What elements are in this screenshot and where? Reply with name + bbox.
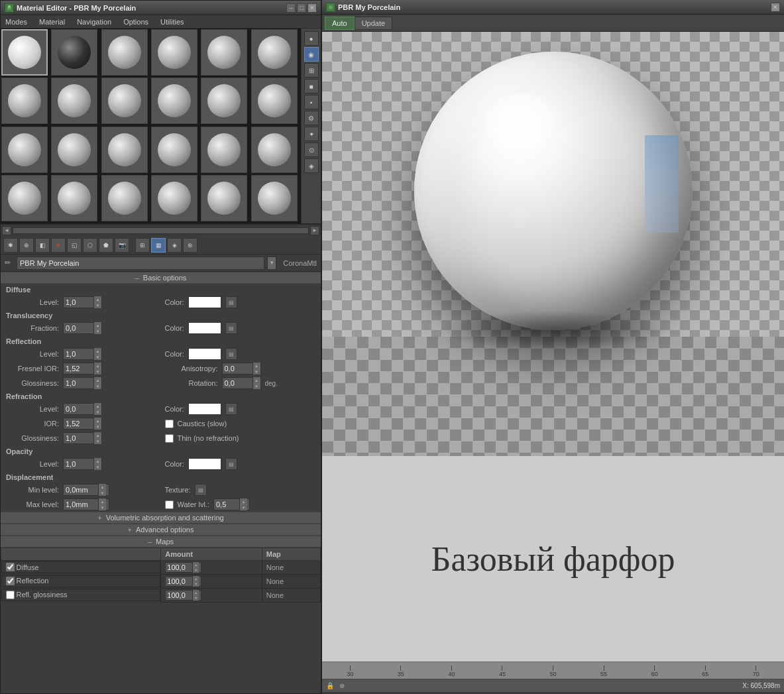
- side-tool-7[interactable]: ✦: [304, 127, 319, 141]
- refl-glossiness-input[interactable]: [64, 379, 93, 387]
- refr-glossiness-input[interactable]: [64, 434, 93, 442]
- map-reflgloss-checkbox[interactable]: [6, 591, 15, 599]
- tool-delete[interactable]: ✕: [51, 238, 66, 253]
- preview-item-5[interactable]: [201, 29, 247, 76]
- preview-item-23[interactable]: [201, 175, 247, 221]
- preview-item-14[interactable]: [51, 127, 97, 173]
- displacement-max-up[interactable]: ▲: [98, 498, 106, 504]
- preview-item-2[interactable]: [51, 29, 97, 76]
- refraction-level-input[interactable]: [64, 405, 93, 413]
- ior-spinbox[interactable]: ▲ ▼: [63, 418, 102, 430]
- reflection-level-spinbox[interactable]: ▲ ▼: [63, 348, 102, 360]
- map-diffuse-amount-box[interactable]: ▲ ▼: [165, 562, 201, 573]
- preview-item-12[interactable]: [251, 78, 298, 124]
- tool-grid[interactable]: ⊞: [135, 238, 150, 253]
- refraction-texture-btn[interactable]: ▤: [225, 403, 237, 415]
- tool-10[interactable]: ⊛: [183, 238, 197, 253]
- preview-item-22[interactable]: [151, 175, 197, 221]
- anisotropy-up[interactable]: ▲: [252, 363, 260, 369]
- opacity-color-swatch[interactable]: [188, 458, 221, 470]
- map-reflgloss-up[interactable]: ▲: [192, 590, 199, 595]
- map-reflgloss-amount-input[interactable]: [166, 591, 192, 599]
- tool-3[interactable]: ◧: [35, 238, 50, 253]
- preview-item-16[interactable]: [151, 127, 197, 173]
- menu-modes[interactable]: Modes: [3, 17, 29, 27]
- preview-item-13[interactable]: [1, 127, 48, 173]
- opacity-texture-btn[interactable]: ▤: [225, 458, 237, 470]
- preview-item-11[interactable]: [201, 78, 247, 124]
- minimize-button[interactable]: –: [286, 3, 296, 13]
- diffuse-color-swatch[interactable]: [188, 296, 221, 308]
- fresnel-input[interactable]: [64, 365, 93, 373]
- opacity-level-input[interactable]: [64, 460, 93, 468]
- map-reflection-down[interactable]: ▼: [192, 581, 199, 587]
- material-name-input[interactable]: [17, 257, 264, 270]
- refraction-level-down[interactable]: ▼: [93, 409, 101, 415]
- diffuse-level-input[interactable]: [64, 298, 93, 306]
- water-spinbox[interactable]: ▲ ▼: [213, 498, 250, 510]
- translucency-down[interactable]: ▼: [93, 328, 101, 334]
- displacement-max-spinbox[interactable]: ▲ ▼: [63, 498, 109, 510]
- preview-item-1[interactable]: [1, 29, 48, 76]
- side-tool-9[interactable]: ◈: [304, 158, 319, 173]
- map-diffuse-up[interactable]: ▲: [192, 562, 199, 567]
- reflection-texture-btn[interactable]: ▤: [225, 348, 237, 360]
- map-reflection-amount-box[interactable]: ▲ ▼: [165, 576, 201, 587]
- preview-item-7[interactable]: [1, 78, 48, 124]
- translucency-fraction-input[interactable]: [64, 324, 93, 332]
- translucency-up[interactable]: ▲: [93, 322, 101, 328]
- ior-down[interactable]: ▼: [93, 424, 101, 430]
- map-reflgloss-amount-box[interactable]: ▲ ▼: [165, 590, 201, 601]
- preview-item-24[interactable]: [251, 175, 298, 221]
- preview-item-20[interactable]: [51, 175, 97, 221]
- preview-item-15[interactable]: [101, 127, 148, 173]
- preview-item-18[interactable]: [251, 127, 298, 173]
- preview-item-4[interactable]: [151, 29, 197, 76]
- tool-select[interactable]: ✱: [3, 238, 18, 253]
- scroll-left-button[interactable]: ◄: [2, 226, 11, 235]
- preview-item-9[interactable]: [101, 78, 148, 124]
- map-reflection-up[interactable]: ▲: [192, 576, 199, 581]
- translucency-fraction-spinbox[interactable]: ▲ ▼: [63, 322, 102, 334]
- translucency-texture-btn[interactable]: ▤: [225, 322, 237, 334]
- water-input[interactable]: [214, 500, 239, 508]
- update-button[interactable]: Update: [355, 17, 392, 30]
- diffuse-level-down[interactable]: ▼: [93, 302, 101, 308]
- rotation-spinbox[interactable]: ▲ ▼: [222, 377, 261, 389]
- refr-glossiness-up[interactable]: ▲: [93, 432, 101, 438]
- side-tool-8[interactable]: ⊙: [304, 143, 319, 157]
- menu-navigation[interactable]: Navigation: [75, 17, 113, 27]
- fresnel-down[interactable]: ▼: [93, 369, 101, 375]
- map-reflgloss-down[interactable]: ▼: [192, 595, 199, 601]
- water-checkbox[interactable]: [165, 500, 174, 509]
- rotation-input[interactable]: [223, 379, 252, 387]
- rotation-up[interactable]: ▲: [252, 377, 260, 383]
- caustics-checkbox[interactable]: [165, 420, 174, 428]
- displacement-min-spinbox[interactable]: ▲ ▼: [63, 484, 109, 496]
- refr-glossiness-down[interactable]: ▼: [93, 438, 101, 444]
- refl-glossiness-up[interactable]: ▲: [93, 377, 101, 383]
- tool-camera[interactable]: 📷: [115, 238, 129, 253]
- anisotropy-input[interactable]: [223, 365, 252, 373]
- rotation-down[interactable]: ▼: [252, 383, 260, 389]
- basic-options-header[interactable]: Basic options: [1, 272, 321, 284]
- tool-active[interactable]: ▦: [151, 238, 166, 253]
- refraction-level-up[interactable]: ▲: [93, 403, 101, 409]
- reflection-level-input[interactable]: [64, 350, 93, 358]
- auto-button[interactable]: Auto: [325, 17, 355, 30]
- map-diffuse-amount-input[interactable]: [166, 563, 192, 571]
- translucency-color-swatch[interactable]: [188, 322, 221, 334]
- preview-item-6[interactable]: [251, 29, 298, 76]
- refraction-level-spinbox[interactable]: ▲ ▼: [63, 403, 102, 415]
- displacement-min-input[interactable]: [64, 486, 98, 494]
- maximize-button[interactable]: □: [297, 3, 306, 13]
- refraction-color-swatch[interactable]: [188, 403, 221, 415]
- anisotropy-spinbox[interactable]: ▲ ▼: [222, 363, 261, 375]
- opacity-level-down[interactable]: ▼: [93, 464, 101, 470]
- tool-7[interactable]: ⬟: [99, 238, 113, 253]
- map-diffuse-checkbox[interactable]: [6, 563, 15, 571]
- side-tool-4[interactable]: ■: [304, 79, 319, 93]
- side-tool-3[interactable]: ⊞: [304, 63, 319, 78]
- advanced-options-header[interactable]: Advanced options: [1, 524, 321, 536]
- ior-input[interactable]: [64, 420, 93, 428]
